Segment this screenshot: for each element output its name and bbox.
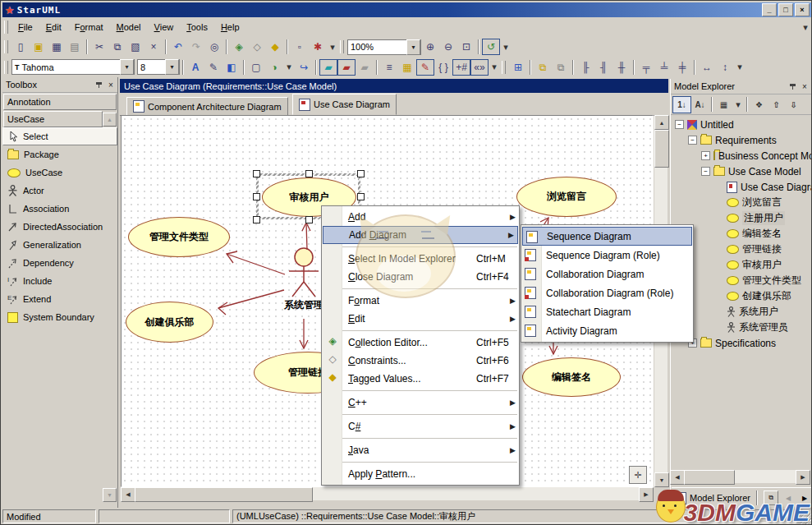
submenu-item-statechart-diagram[interactable]: Statechart Diagram	[521, 302, 693, 321]
tab-component-architecture-diagram[interactable]: Component Architecture Diagram	[126, 97, 288, 115]
stereotype-display-button[interactable]: ◑	[265, 59, 283, 76]
scroll-right-arrow[interactable]: ▶	[796, 470, 810, 485]
pan-button[interactable]: ✛	[629, 466, 647, 484]
toolbar-dropdown[interactable]: ▾	[732, 98, 744, 111]
space-equally-h-button[interactable]: ↔	[698, 59, 716, 76]
gray-toggle[interactable]: ▰	[356, 59, 374, 76]
sort-by-index-button[interactable]: 1↓	[672, 96, 691, 113]
scroll-up-arrow[interactable]: ▲	[654, 115, 669, 130]
toolbox-item-package[interactable]: Package	[2, 145, 117, 163]
toolbar-dropdown[interactable]: ▾	[283, 61, 295, 74]
selection-handle[interactable]	[253, 193, 260, 200]
collapse-icon[interactable]: −	[701, 167, 710, 176]
menu-view[interactable]: View	[148, 19, 181, 35]
view-mode-button[interactable]: ▦	[715, 97, 732, 113]
align-middle-button[interactable]: ╪	[673, 59, 691, 76]
nav-right-button[interactable]: ▶	[798, 491, 811, 504]
resize-grip[interactable]	[801, 513, 811, 524]
toolbox-scroll-down-button[interactable]: ▼	[103, 488, 117, 502]
collection-editor-button[interactable]: ◈	[230, 39, 248, 55]
actor-shape-system-admin[interactable]	[282, 246, 325, 300]
toolbox-item-dependency[interactable]: Dependency	[2, 254, 117, 272]
window-list-button[interactable]: ⧉	[764, 490, 778, 505]
menu-item-apply-pattern[interactable]: Apply Pattern...	[322, 465, 519, 483]
fill-color-button[interactable]: ◧	[222, 59, 241, 76]
redo-button[interactable]: ↷	[187, 39, 205, 55]
canvas-horizontal-scrollbar[interactable]: ◀ ▶	[121, 487, 654, 500]
menu-format[interactable]: Format	[68, 19, 110, 35]
usecase-shape-manage-file-types[interactable]: 管理文件类型	[128, 217, 230, 257]
menu-item-constraints[interactable]: ◇ Constraints... Ctrl+F6	[322, 352, 519, 370]
selection-handle[interactable]	[357, 170, 365, 177]
tree-row-use-case-diagram[interactable]: Use Case Diagram	[672, 179, 811, 195]
expand-icon[interactable]: +	[701, 151, 710, 160]
palette-button[interactable]: ▦	[398, 59, 416, 76]
menu-file[interactable]: File	[11, 19, 39, 35]
new-button[interactable]: ▯	[11, 39, 30, 55]
align-top-button[interactable]: ╤	[637, 59, 655, 76]
menu-item-csharp[interactable]: C# ▶	[322, 417, 519, 435]
toolbar-dropdown[interactable]: ▾	[500, 40, 512, 53]
usecase-shape-edit-signature[interactable]: 编辑签名	[522, 357, 621, 397]
submenu-item-collaboration-diagram[interactable]: Collaboration Diagram	[521, 265, 693, 283]
menu-item-tagged-values[interactable]: ◆ Tagged Values... Ctrl+F7	[322, 370, 519, 388]
tree-row-untitled[interactable]: − Untitled	[672, 117, 811, 132]
open-button[interactable]: ▣	[30, 39, 48, 55]
menu-item-add-diagram[interactable]: Add Diagram ▶	[323, 226, 518, 244]
pin-icon[interactable]	[94, 81, 103, 90]
scroll-left-arrow[interactable]: ◀	[670, 470, 685, 485]
toolbox-item-generalization[interactable]: Generalization	[2, 236, 117, 254]
toolbox-item-select[interactable]: Select	[2, 127, 117, 145]
toolbar-dropdown[interactable]: ▾	[734, 61, 745, 74]
align-bottom-button[interactable]: ╧	[655, 59, 673, 76]
close-icon[interactable]: ×	[106, 80, 116, 90]
tagged-values-button[interactable]: ◆	[266, 39, 284, 55]
menu-item-format[interactable]: Format ▶	[322, 292, 519, 310]
print-button[interactable]: ▤	[66, 39, 84, 55]
toolbox-group-usecase[interactable]: UseCase	[3, 111, 103, 127]
menu-item-edit[interactable]: Edit ▶	[322, 310, 519, 328]
cut-button[interactable]: ✂	[90, 39, 108, 55]
sort-alphabetic-button[interactable]: A↓	[691, 97, 709, 113]
align-center-button[interactable]: ╫	[612, 59, 631, 76]
menubar-overflow-button[interactable]: ▾	[800, 21, 811, 34]
selection-handle[interactable]	[357, 193, 365, 200]
toolbox-group-annotation[interactable]: Annotation	[3, 94, 117, 110]
zoom-window-button[interactable]: ⊡	[457, 39, 475, 55]
model-explorer-hscrollbar[interactable]: ◀ ▶	[670, 470, 810, 483]
toolbar-grip[interactable]	[340, 40, 344, 53]
menu-help[interactable]: Help	[214, 19, 246, 35]
model-explorer-bottom-tab[interactable]: Model Explorer	[690, 493, 750, 503]
move-down-button[interactable]: ⇩	[785, 97, 802, 113]
menubar-grip[interactable]	[4, 21, 8, 34]
select-area-button[interactable]: ▢	[247, 59, 265, 76]
toolbar-grip[interactable]	[502, 61, 506, 74]
toolbox-item-usecase[interactable]: UseCase	[2, 163, 117, 182]
align-right-button[interactable]: ╢	[594, 59, 612, 76]
move-up-button[interactable]: ⇧	[768, 97, 785, 113]
toolbox-item-actor[interactable]: Actor	[2, 182, 117, 200]
tree-row-use-case-model[interactable]: − Use Case Model	[672, 163, 811, 179]
delete-button[interactable]: ×	[145, 39, 163, 55]
dropdown-arrow-icon[interactable]: ▾	[120, 59, 134, 75]
tree-row-requirements[interactable]: − Requirements	[672, 132, 811, 148]
red-pen-toggle[interactable]: ✎	[416, 59, 434, 76]
menu-item-select-in-model-explorer[interactable]: Select In Model Explorer Ctrl+M	[322, 250, 519, 268]
refresh-button[interactable]: ↺	[482, 39, 500, 55]
menu-model[interactable]: Model	[110, 19, 148, 35]
menu-item-cpp[interactable]: C++ ▶	[322, 394, 519, 412]
show-multiplicity-toggle[interactable]: +#	[452, 59, 470, 76]
indent-button[interactable]: ≡	[380, 59, 398, 76]
selection-handle[interactable]	[253, 216, 260, 223]
options-button[interactable]: ✱	[309, 39, 327, 55]
dropdown-arrow-icon[interactable]: ▾	[406, 39, 420, 55]
arrow-style-button[interactable]: ↪	[295, 59, 313, 76]
close-icon[interactable]: ×	[800, 81, 810, 91]
tab-use-case-diagram[interactable]: Use Case Diagram	[292, 94, 397, 115]
space-equally-v-button[interactable]: ↕	[716, 59, 734, 76]
submenu-item-sequence-diagram[interactable]: Sequence Diagram	[522, 227, 692, 246]
collapse-icon[interactable]: −	[688, 136, 697, 145]
selection-handle[interactable]	[305, 170, 313, 177]
toolbox-scroll-up-button[interactable]: ▲	[103, 113, 117, 127]
menu-item-collection-editor[interactable]: ◈ Collection Editor... Ctrl+F5	[322, 334, 519, 352]
